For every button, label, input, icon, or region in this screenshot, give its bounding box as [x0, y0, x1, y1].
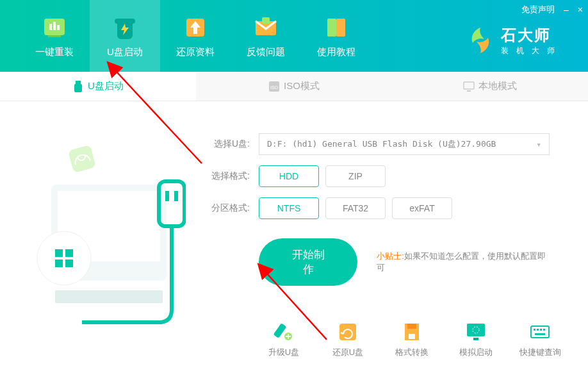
action-simulate-boot[interactable]: 模拟启动 — [453, 321, 498, 358]
upgrade-usb-icon — [273, 321, 295, 343]
nav-label: U盘启动 — [107, 46, 143, 58]
format-convert-icon — [401, 321, 423, 343]
partition-opt-fat32[interactable]: FAT32 — [325, 197, 386, 219]
local-icon — [463, 81, 475, 92]
tip-highlight: 小贴士: — [377, 251, 404, 261]
svg-rect-32 — [407, 324, 416, 329]
tab-local-mode[interactable]: 本地模式 — [392, 72, 588, 101]
svg-rect-34 — [467, 324, 485, 336]
svg-rect-3 — [57, 25, 60, 30]
nav-restore[interactable]: 还原资料 — [160, 0, 231, 72]
minimize-button[interactable]: – — [564, 5, 569, 14]
tab-usb-boot[interactable]: U盘启动 — [0, 72, 196, 101]
action-label: 模拟启动 — [459, 347, 493, 358]
svg-rect-30 — [339, 324, 356, 340]
svg-rect-42 — [535, 333, 545, 335]
tab-label: 本地模式 — [478, 80, 517, 92]
svg-rect-15 — [467, 90, 471, 92]
start-button[interactable]: 开始制作 — [259, 238, 357, 286]
action-restore-usb[interactable]: 还原U盘 — [325, 321, 370, 358]
svg-rect-2 — [53, 22, 56, 30]
action-label: 快捷键查询 — [519, 347, 561, 358]
usb-boot-icon — [111, 14, 138, 41]
svg-rect-27 — [174, 191, 178, 201]
tip-text: 小贴士:如果不知道怎么配置，使用默认配置即可 — [377, 251, 550, 274]
usb-select[interactable]: D:F: (hd1) General USB Flash Disk (U盘)27… — [259, 133, 550, 155]
mode-tabs: U盘启动 ISO ISO模式 本地模式 — [0, 72, 588, 101]
svg-rect-41 — [543, 329, 545, 331]
nav-feedback[interactable]: 反馈问题 — [231, 0, 301, 72]
tab-label: U盘启动 — [88, 80, 124, 92]
action-hotkey-lookup[interactable]: 快捷键查询 — [518, 321, 562, 358]
action-label: 格式转换 — [395, 347, 429, 358]
reinstall-icon — [41, 14, 68, 41]
brand-subtitle: 装机大师 — [501, 45, 562, 56]
nav-tutorial[interactable]: 使用教程 — [301, 0, 372, 72]
tab-iso-mode[interactable]: ISO ISO模式 — [196, 72, 392, 101]
app-header: 免责声明 – × 一键重装 U盘启动 还原资料 反馈问题 — [0, 0, 588, 72]
svg-rect-33 — [409, 334, 415, 339]
svg-rect-14 — [464, 82, 474, 89]
titlebar-controls: 免责声明 – × — [521, 4, 583, 15]
simulate-boot-icon — [465, 321, 487, 343]
action-label: 升级U盘 — [268, 347, 299, 358]
svg-rect-9 — [336, 19, 345, 37]
svg-rect-10 — [76, 81, 81, 84]
form-area: 选择U盘: D:F: (hd1) General USB Flash Disk … — [186, 133, 569, 313]
tab-label: ISO模式 — [284, 80, 320, 92]
svg-rect-38 — [534, 329, 535, 331]
main-nav: 一键重装 U盘启动 还原资料 反馈问题 使用教程 — [0, 0, 372, 72]
svg-rect-11 — [74, 84, 82, 92]
svg-point-20 — [37, 231, 91, 285]
partition-options: NTFS FAT32 exFAT — [259, 197, 452, 219]
nav-reinstall[interactable]: 一键重装 — [19, 0, 90, 72]
svg-rect-24 — [65, 260, 73, 267]
partition-opt-exfat[interactable]: exFAT — [392, 197, 452, 219]
svg-rect-16 — [68, 145, 96, 173]
disclaimer-link[interactable]: 免责声明 — [521, 4, 555, 15]
nav-label: 一键重装 — [35, 46, 74, 58]
brand-logo-icon — [465, 25, 496, 56]
svg-rect-36 — [473, 338, 478, 340]
svg-text:ISO: ISO — [270, 85, 279, 90]
svg-rect-4 — [48, 35, 61, 37]
restore-usb-icon — [337, 321, 359, 343]
format-opt-zip[interactable]: ZIP — [325, 165, 386, 187]
svg-rect-21 — [55, 249, 63, 257]
svg-rect-22 — [65, 249, 73, 257]
nav-label: 反馈问题 — [247, 46, 285, 58]
feedback-icon — [252, 14, 279, 41]
action-label: 还原U盘 — [332, 347, 363, 358]
format-label: 选择格式: — [205, 170, 250, 182]
nav-usb-boot[interactable]: U盘启动 — [90, 0, 160, 72]
hotkey-icon — [529, 321, 551, 343]
decorative-graphic — [19, 133, 186, 313]
svg-rect-8 — [327, 19, 336, 37]
svg-rect-7 — [262, 17, 270, 24]
usb-select-value: D:F: (hd1) General USB Flash Disk (U盘)27… — [267, 138, 496, 150]
nav-label: 还原资料 — [176, 46, 215, 58]
svg-rect-19 — [55, 290, 163, 303]
restore-icon — [182, 14, 209, 41]
svg-rect-26 — [165, 191, 169, 201]
usb-icon — [72, 81, 84, 92]
action-format-convert[interactable]: 格式转换 — [389, 321, 434, 358]
action-upgrade-usb[interactable]: 升级U盘 — [261, 321, 306, 358]
svg-rect-39 — [537, 329, 539, 331]
iso-icon: ISO — [268, 81, 280, 92]
svg-rect-1 — [49, 24, 52, 30]
partition-opt-ntfs[interactable]: NTFS — [259, 197, 319, 219]
tutorial-icon — [323, 14, 350, 41]
nav-label: 使用教程 — [317, 46, 355, 58]
svg-rect-37 — [531, 326, 549, 338]
format-opt-hdd[interactable]: HDD — [259, 165, 319, 187]
close-button[interactable]: × — [578, 5, 583, 14]
svg-rect-23 — [55, 260, 63, 267]
main-content: 选择U盘: D:F: (hd1) General USB Flash Disk … — [0, 101, 588, 313]
svg-rect-40 — [540, 329, 542, 331]
usb-select-label: 选择U盘: — [205, 138, 250, 150]
brand-title: 石大师 — [501, 25, 562, 45]
partition-label: 分区格式: — [205, 202, 250, 214]
format-options: HDD ZIP — [259, 165, 386, 187]
bottom-actions: 升级U盘 还原U盘 格式转换 模拟启动 快捷键查询 — [261, 321, 562, 358]
